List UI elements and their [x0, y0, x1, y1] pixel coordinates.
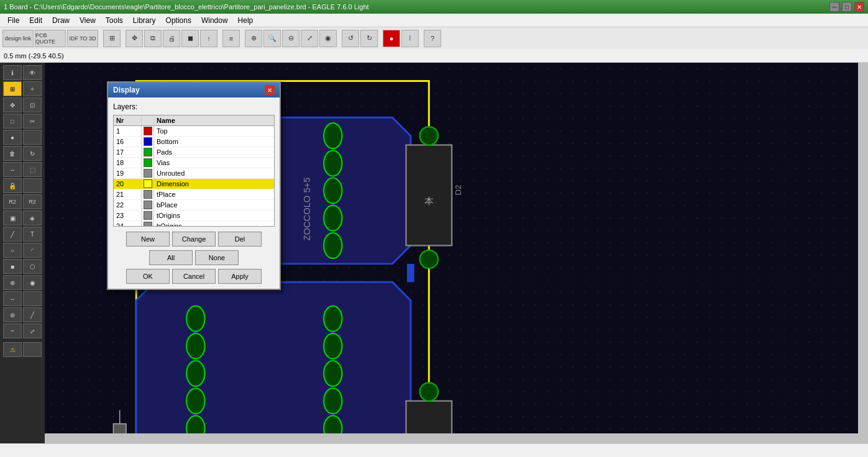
- menu-draw[interactable]: Draw: [47, 15, 75, 26]
- ok-button[interactable]: OK: [126, 269, 170, 284]
- svg-point-44: [420, 127, 438, 145]
- eye-tool[interactable]: 👁: [23, 65, 42, 80]
- drc2-tool[interactable]: ◉: [23, 275, 42, 290]
- dialog-close-button[interactable]: ✕: [265, 85, 275, 95]
- layer-row[interactable]: 18 Vias: [114, 158, 274, 168]
- print-btn[interactable]: 🖨: [163, 30, 180, 47]
- layer-row[interactable]: 22 bPlace: [114, 200, 274, 210]
- layers-table-container[interactable]: Nr Name 1 Top 16 Bottom 17 Pads 18: [113, 115, 275, 227]
- slash-tool[interactable]: ╱: [3, 227, 22, 242]
- autoroute-tool[interactable]: ⤢: [23, 324, 42, 338]
- route-btn[interactable]: ↑: [200, 30, 217, 47]
- col-color-header: [142, 115, 154, 125]
- layer-row[interactable]: 24 bOrigins: [114, 221, 274, 227]
- menu-tools[interactable]: Tools: [101, 15, 128, 26]
- layer-row[interactable]: 20 Dimension: [114, 179, 274, 189]
- idf-to-3d-btn[interactable]: IDF TO 3D: [67, 30, 98, 47]
- mirror-tool[interactable]: ↔: [3, 162, 22, 177]
- text-r-tool2[interactable]: R2: [23, 194, 42, 209]
- cancel-button[interactable]: Cancel: [172, 269, 216, 284]
- lock-tool[interactable]: 🔒: [3, 178, 22, 193]
- none-button[interactable]: None: [195, 250, 239, 265]
- menu-window[interactable]: Window: [196, 15, 233, 26]
- zoom-fit-btn[interactable]: ⤢: [301, 30, 318, 47]
- help-btn[interactable]: ?: [424, 30, 441, 47]
- all-button[interactable]: All: [149, 250, 193, 265]
- right-scrollbar[interactable]: [858, 63, 868, 433]
- move-btn[interactable]: ✥: [126, 30, 143, 47]
- close-button[interactable]: ✕: [854, 2, 864, 12]
- group-tool[interactable]: ⬚: [23, 162, 42, 177]
- menu-view[interactable]: View: [75, 15, 101, 26]
- info-tool[interactable]: ℹ: [3, 65, 22, 80]
- copy-btn[interactable]: ⧉: [144, 30, 162, 47]
- add-tool[interactable]: +: [23, 81, 42, 96]
- layer-row[interactable]: 23 tOrigins: [114, 210, 274, 221]
- layer-row[interactable]: 17 Pads: [114, 147, 274, 158]
- zoom-out-btn[interactable]: ⊖: [282, 30, 299, 47]
- pad-tool[interactable]: ◈: [23, 210, 42, 225]
- grid-btn[interactable]: ⊞: [103, 30, 121, 47]
- svg-point-20: [186, 333, 204, 359]
- dot-tool[interactable]: ●: [3, 130, 22, 145]
- undo-btn[interactable]: ↺: [342, 30, 359, 47]
- smash-tool[interactable]: ⊛: [3, 307, 22, 322]
- pcb-quote-btn[interactable]: PCB QUOTE: [35, 30, 66, 47]
- layer-color-cell: [142, 210, 154, 220]
- layer-color-box: [144, 222, 152, 227]
- measure-tool[interactable]: ↔: [3, 291, 22, 306]
- apply-button[interactable]: Apply: [218, 269, 262, 284]
- layer-row[interactable]: 19 Unrouted: [114, 168, 274, 179]
- arc-tool[interactable]: ◜: [23, 243, 42, 258]
- via-tool[interactable]: ⊕: [3, 275, 22, 290]
- minimize-button[interactable]: ─: [829, 2, 839, 12]
- main-area: ℹ 👁 ⊞ + ✥ ⊡ □ ✂ ● 🗑 ↻ ↔ ⬚ 🔒: [0, 63, 868, 443]
- svg-point-27: [324, 306, 342, 332]
- maximize-button[interactable]: □: [842, 2, 852, 12]
- zoom-prev-btn[interactable]: ◉: [319, 30, 337, 47]
- move-tool[interactable]: ✥: [3, 97, 22, 112]
- svg-point-29: [324, 361, 342, 386]
- layer-nr: 19: [114, 168, 142, 178]
- delete-tool[interactable]: 🗑: [3, 146, 22, 161]
- layer-nr: 24: [114, 221, 142, 227]
- layer-nr: 17: [114, 147, 142, 157]
- menu-options[interactable]: Options: [161, 15, 196, 26]
- menu-library[interactable]: Library: [128, 15, 161, 26]
- rotate-tool[interactable]: ↻: [23, 146, 42, 161]
- layer-row[interactable]: 1 Top: [114, 126, 274, 137]
- new-button[interactable]: New: [126, 232, 170, 247]
- warning-tool[interactable]: ⚠: [3, 342, 22, 357]
- del-button[interactable]: Del: [218, 232, 262, 247]
- wire-btn[interactable]: ≡: [222, 30, 240, 47]
- circle-tool[interactable]: ○: [3, 243, 22, 258]
- menu-file[interactable]: File: [2, 15, 24, 26]
- design-link-btn[interactable]: design link: [2, 30, 34, 47]
- redo-btn[interactable]: ↻: [360, 30, 378, 47]
- layer-row[interactable]: 16 Bottom: [114, 137, 274, 147]
- text-r-tool[interactable]: R2: [3, 194, 22, 209]
- rect-tool[interactable]: □: [3, 114, 22, 129]
- t-tool[interactable]: T: [23, 227, 42, 242]
- zoom-in-btn[interactable]: ⊕: [245, 30, 262, 47]
- ratsnest-tool[interactable]: ~: [3, 324, 22, 338]
- info-btn[interactable]: ⁞: [401, 30, 419, 47]
- fill-rect-tool[interactable]: ■: [3, 259, 22, 274]
- param-tool[interactable]: ⊡: [23, 97, 42, 112]
- bottom-scrollbar[interactable]: [45, 433, 868, 443]
- drc-btn[interactable]: ●: [383, 30, 400, 47]
- cam-btn[interactable]: ◼: [181, 30, 199, 47]
- fill-poly-tool[interactable]: ⬡: [23, 259, 42, 274]
- zoom-area-btn[interactable]: 🔍: [263, 30, 281, 47]
- layer-name: tOrigins: [154, 210, 274, 220]
- layer-name: Vias: [154, 158, 274, 168]
- menu-edit[interactable]: Edit: [24, 15, 47, 26]
- menu-help[interactable]: Help: [233, 15, 258, 26]
- layer-row[interactable]: 21 tPlace: [114, 189, 274, 200]
- canvas-area[interactable]: IC2 IC1 ZOCCOLO 5+5 RELE' BISTABILE R2 R…: [45, 63, 868, 443]
- layer-tool[interactable]: ▣: [3, 210, 22, 225]
- wire2-tool[interactable]: ╱: [23, 307, 42, 322]
- scissors-tool[interactable]: ✂: [23, 114, 42, 129]
- change-button[interactable]: Change: [172, 232, 216, 247]
- select-tool[interactable]: ⊞: [3, 81, 22, 96]
